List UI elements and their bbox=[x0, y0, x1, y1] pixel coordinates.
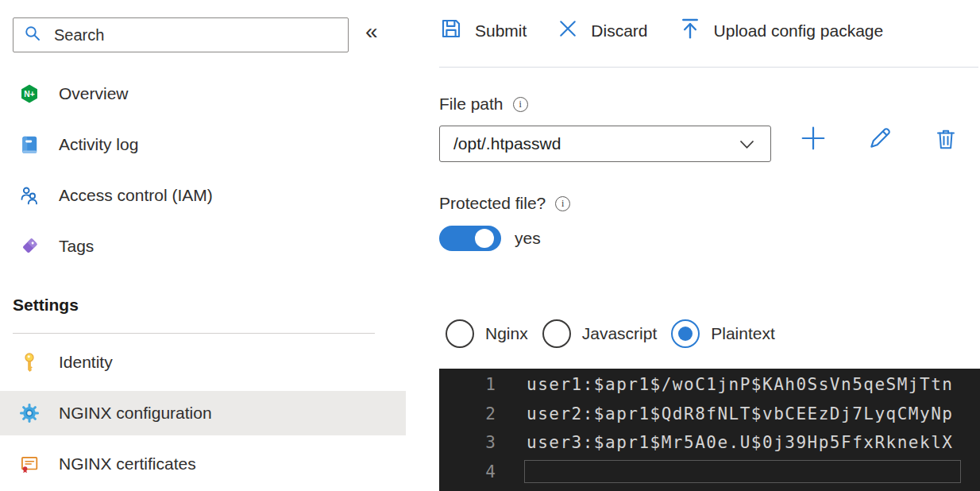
file-path-label: File path bbox=[439, 95, 504, 114]
sidebar-item-label: Identity bbox=[59, 353, 113, 372]
plus-icon bbox=[800, 125, 827, 155]
upload-config-package-button[interactable]: Upload config package bbox=[678, 17, 884, 44]
line-text: user2:$apr1$QdR8fNLT$vbCEEzDj7LyqCMyNp bbox=[496, 404, 953, 423]
radio-label: Nginx bbox=[485, 324, 528, 343]
sidebar-item-label: Activity log bbox=[59, 135, 138, 154]
upload-label: Upload config package bbox=[714, 21, 884, 41]
sidebar-item-tags[interactable]: Tags bbox=[0, 221, 406, 272]
line-number: 4 bbox=[439, 462, 496, 481]
toolbar-divider bbox=[439, 67, 978, 68]
sidebar-item-nginx-configuration[interactable]: NGINX configuration bbox=[0, 391, 406, 435]
toggle-state-label: yes bbox=[515, 229, 541, 248]
info-icon[interactable]: i bbox=[555, 196, 570, 211]
edit-file-button[interactable] bbox=[866, 126, 893, 153]
radio-label: Plaintext bbox=[711, 324, 775, 343]
discard-button[interactable]: Discard bbox=[557, 17, 647, 44]
settings-divider bbox=[13, 333, 375, 334]
sidebar: « N+ Overview Activity log bbox=[0, 0, 406, 491]
svg-text:N+: N+ bbox=[24, 90, 34, 99]
sidebar-item-overview[interactable]: N+ Overview bbox=[0, 68, 406, 119]
protected-file-toggle[interactable] bbox=[439, 226, 501, 251]
editor-line: 4 bbox=[439, 458, 980, 487]
sidebar-item-identity[interactable]: Identity bbox=[0, 340, 406, 385]
sidebar-item-access-control[interactable]: Access control (IAM) bbox=[0, 170, 406, 221]
sidebar-item-label: Overview bbox=[59, 84, 129, 103]
line-number: 2 bbox=[439, 404, 496, 423]
radio-circle bbox=[446, 319, 474, 348]
search-input[interactable] bbox=[52, 25, 338, 45]
toggle-knob bbox=[475, 229, 494, 248]
protected-file-label: Protected file? bbox=[439, 194, 546, 213]
editor-line: 3 user3:$apr1$Mr5A0e.U$0j39Hp5FfxRkneklX bbox=[439, 428, 980, 458]
sidebar-item-label: Access control (IAM) bbox=[59, 186, 213, 205]
radio-circle bbox=[542, 319, 571, 348]
search-box[interactable] bbox=[13, 17, 349, 52]
chevron-down-icon bbox=[739, 134, 754, 153]
certificate-icon bbox=[19, 454, 40, 474]
submit-label: Submit bbox=[475, 21, 527, 41]
activity-log-icon bbox=[19, 134, 40, 155]
sidebar-item-nginx-certificates[interactable]: NGINX certificates bbox=[0, 442, 406, 486]
save-icon bbox=[439, 17, 463, 44]
upload-icon bbox=[678, 17, 702, 44]
add-file-button[interactable] bbox=[800, 126, 827, 153]
discard-label: Discard bbox=[591, 21, 647, 41]
people-icon bbox=[19, 185, 40, 206]
search-icon bbox=[23, 24, 42, 46]
editor-line: 2 user2:$apr1$QdR8fNLT$vbCEEzDj7LyqCMyNp bbox=[439, 400, 980, 429]
command-bar: Submit Discard Upload config package bbox=[439, 17, 883, 44]
nginx-logo-icon: N+ bbox=[19, 83, 40, 104]
radio-circle bbox=[671, 319, 700, 348]
pencil-icon bbox=[867, 126, 893, 154]
delete-file-button[interactable] bbox=[932, 127, 959, 154]
tag-icon bbox=[19, 236, 40, 257]
editor-cursor-line[interactable] bbox=[524, 460, 961, 483]
sidebar-settings-nav: Identity bbox=[0, 340, 406, 491]
collapse-sidebar-icon[interactable]: « bbox=[365, 21, 378, 43]
sidebar-nav: N+ Overview Activity log bbox=[0, 68, 406, 272]
trash-icon bbox=[934, 127, 958, 154]
gear-icon bbox=[19, 403, 40, 423]
sidebar-item-label: NGINX certificates bbox=[59, 454, 196, 474]
submit-button[interactable]: Submit bbox=[439, 17, 527, 44]
line-number: 3 bbox=[439, 433, 496, 452]
line-text: user3:$apr1$Mr5A0e.U$0j39Hp5FfxRkneklX bbox=[496, 433, 953, 452]
sidebar-item-label: Tags bbox=[59, 237, 94, 256]
file-path-dropdown[interactable]: /opt/.htpasswd bbox=[439, 126, 771, 162]
line-text: user1:$apr1$/woC1jnP$KAh0SsVn5qeSMjTtn bbox=[496, 375, 953, 394]
settings-section-header: Settings bbox=[13, 296, 79, 315]
key-icon bbox=[19, 352, 40, 373]
file-path-value: /opt/.htpasswd bbox=[453, 134, 561, 153]
radio-nginx[interactable]: Nginx bbox=[446, 319, 528, 348]
info-icon[interactable]: i bbox=[513, 97, 528, 112]
radio-plaintext[interactable]: Plaintext bbox=[671, 319, 775, 348]
config-code-editor[interactable]: 1 user1:$apr1$/woC1jnP$KAh0SsVn5qeSMjTtn… bbox=[439, 369, 980, 491]
line-number: 1 bbox=[439, 375, 496, 394]
radio-label: Javascript bbox=[582, 324, 658, 343]
radio-javascript[interactable]: Javascript bbox=[542, 319, 658, 348]
sidebar-item-label: NGINX configuration bbox=[59, 404, 212, 423]
protected-file-label-row: Protected file? i bbox=[439, 194, 570, 213]
close-icon bbox=[557, 17, 579, 44]
syntax-radio-group: Nginx Javascript Plaintext bbox=[446, 319, 775, 348]
sidebar-item-activity-log[interactable]: Activity log bbox=[0, 119, 406, 170]
editor-line: 1 user1:$apr1$/woC1jnP$KAh0SsVn5qeSMjTtn bbox=[439, 370, 980, 400]
file-path-label-row: File path i bbox=[439, 95, 528, 114]
